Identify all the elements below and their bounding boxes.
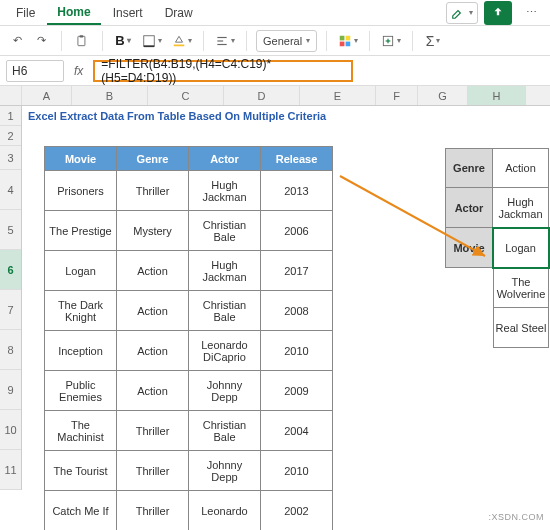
table-row[interactable]: InceptionActionLeonardo DiCaprio2010	[45, 331, 333, 371]
cell-actor[interactable]: Leonardo	[189, 491, 261, 531]
table-row[interactable]: The TouristThrillerJohnny Depp2010	[45, 451, 333, 491]
border-button[interactable]	[140, 30, 164, 52]
paste-button[interactable]	[71, 30, 93, 52]
col-release[interactable]: Release	[261, 147, 333, 171]
cell-actor[interactable]: Hugh Jackman	[189, 251, 261, 291]
svg-rect-10	[340, 41, 345, 46]
col-movie[interactable]: Movie	[45, 147, 117, 171]
table-row[interactable]: Catch Me IfThrillerLeonardo2002	[45, 491, 333, 531]
table-row[interactable]: PrisonersThrillerHugh Jackman2013	[45, 171, 333, 211]
cond-format-button[interactable]	[336, 30, 360, 52]
col-header[interactable]: C	[148, 86, 224, 105]
result-cell[interactable]: The Wolverine	[493, 268, 549, 308]
col-actor[interactable]: Actor	[189, 147, 261, 171]
cell-movie[interactable]: The Prestige	[45, 211, 117, 251]
svg-rect-0	[78, 36, 85, 45]
redo-button[interactable]: ↷	[30, 30, 52, 52]
cell-movie[interactable]: Inception	[45, 331, 117, 371]
number-format-select[interactable]: General ▾	[256, 30, 317, 52]
cell-movie[interactable]: The Dark Knight	[45, 291, 117, 331]
cell-release[interactable]: 2004	[261, 411, 333, 451]
cell-actor[interactable]: Hugh Jackman	[189, 171, 261, 211]
fill-color-button[interactable]	[170, 30, 194, 52]
data-table[interactable]: Movie Genre Actor Release PrisonersThril…	[44, 146, 333, 530]
row-header[interactable]: 2	[0, 126, 21, 146]
tab-draw[interactable]: Draw	[155, 2, 203, 24]
cell-release[interactable]: 2010	[261, 331, 333, 371]
col-header[interactable]: E	[300, 86, 376, 105]
align-button[interactable]	[213, 30, 237, 52]
table-row[interactable]: The Dark KnightActionChristian Bale2008	[45, 291, 333, 331]
cell-movie[interactable]: Catch Me If	[45, 491, 117, 531]
col-genre[interactable]: Genre	[117, 147, 189, 171]
cell-release[interactable]: 2006	[261, 211, 333, 251]
cell-movie[interactable]: Public Enemies	[45, 371, 117, 411]
table-row[interactable]: The PrestigeMysteryChristian Bale2006	[45, 211, 333, 251]
cell-movie[interactable]: Prisoners	[45, 171, 117, 211]
cell-release[interactable]: 2017	[261, 251, 333, 291]
table-row[interactable]: LoganActionHugh Jackman2017	[45, 251, 333, 291]
cell-actor[interactable]: Christian Bale	[189, 211, 261, 251]
row-header[interactable]: 10	[0, 410, 21, 450]
cell-movie[interactable]: Logan	[45, 251, 117, 291]
cell-release[interactable]: 2008	[261, 291, 333, 331]
tab-insert[interactable]: Insert	[103, 2, 153, 24]
cell-genre[interactable]: Action	[117, 331, 189, 371]
table-row[interactable]: Public EnemiesActionJohnny Depp2009	[45, 371, 333, 411]
col-header[interactable]: G	[418, 86, 468, 105]
select-all-corner[interactable]	[0, 86, 22, 105]
cell-genre[interactable]: Thriller	[117, 411, 189, 451]
row-header[interactable]: 11	[0, 450, 21, 490]
cell-genre[interactable]: Action	[117, 291, 189, 331]
cell-release[interactable]: 2010	[261, 451, 333, 491]
more-icon[interactable]: ⋯	[518, 2, 544, 24]
cell-release[interactable]: 2002	[261, 491, 333, 531]
cell-actor[interactable]: Christian Bale	[189, 411, 261, 451]
cell-genre[interactable]: Action	[117, 251, 189, 291]
col-header[interactable]: A	[22, 86, 72, 105]
col-header[interactable]: H	[468, 86, 526, 105]
cell-genre[interactable]: Mystery	[117, 211, 189, 251]
cell-actor[interactable]: Christian Bale	[189, 291, 261, 331]
row-header[interactable]: 8	[0, 330, 21, 370]
row-header[interactable]: 4	[0, 170, 21, 210]
row-header[interactable]: 3	[0, 146, 21, 170]
name-box[interactable]: H6	[6, 60, 64, 82]
cell-genre[interactable]: Thriller	[117, 491, 189, 531]
share-button[interactable]	[484, 1, 512, 25]
table-row[interactable]: The MachinistThrillerChristian Bale2004	[45, 411, 333, 451]
cell-release[interactable]: 2013	[261, 171, 333, 211]
cell-release[interactable]: 2009	[261, 371, 333, 411]
insert-cells-button[interactable]	[379, 30, 403, 52]
row-header[interactable]: 5	[0, 210, 21, 250]
cell-genre[interactable]: Thriller	[117, 451, 189, 491]
cell-movie[interactable]: The Machinist	[45, 411, 117, 451]
cell-movie[interactable]: The Tourist	[45, 451, 117, 491]
criteria-label-genre: Genre	[445, 148, 493, 188]
pen-tool[interactable]: ▾	[446, 2, 478, 24]
cell-actor[interactable]: Johnny Depp	[189, 451, 261, 491]
tab-home[interactable]: Home	[47, 1, 100, 25]
row-header[interactable]: 7	[0, 290, 21, 330]
watermark: :XSDN.COM	[488, 512, 544, 522]
autosum-button[interactable]: Σ	[422, 30, 444, 52]
col-header[interactable]: F	[376, 86, 418, 105]
col-header[interactable]: D	[224, 86, 300, 105]
bold-button[interactable]: B	[112, 30, 134, 52]
cell-actor[interactable]: Johnny Depp	[189, 371, 261, 411]
criteria-value-genre[interactable]: Action	[493, 148, 549, 188]
result-cell[interactable]: Real Steel	[493, 308, 549, 348]
cell-actor[interactable]: Leonardo DiCaprio	[189, 331, 261, 371]
criteria-value-actor[interactable]: Hugh Jackman	[493, 188, 549, 228]
row-header[interactable]: 1	[0, 106, 21, 126]
active-cell[interactable]: Logan	[493, 228, 549, 268]
cell-genre[interactable]: Thriller	[117, 171, 189, 211]
undo-button[interactable]: ↶	[6, 30, 28, 52]
col-header[interactable]: B	[72, 86, 148, 105]
cell-genre[interactable]: Action	[117, 371, 189, 411]
formula-input[interactable]: =FILTER(B4:B19,(H4=C4:C19)*(H5=D4:D19))	[93, 60, 353, 82]
row-header[interactable]: 6	[0, 250, 21, 290]
tab-file[interactable]: File	[6, 2, 45, 24]
fx-label[interactable]: fx	[70, 64, 87, 78]
row-header[interactable]: 9	[0, 370, 21, 410]
